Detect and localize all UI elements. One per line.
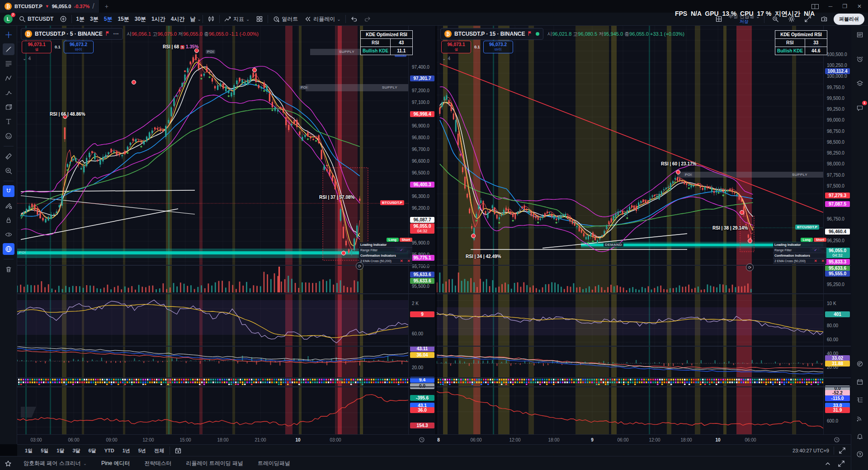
interval-button-30분[interactable]: 30분 bbox=[132, 15, 149, 23]
bottom-tab-3[interactable]: 리플레이 트레이딩 패널 bbox=[179, 460, 250, 467]
user-avatar[interactable]: L7 bbox=[4, 14, 13, 24]
interval-button-3분[interactable]: 3분 bbox=[87, 15, 101, 23]
chart-split-divider[interactable] bbox=[435, 25, 437, 444]
range-button-5년[interactable]: 5년 bbox=[134, 447, 150, 454]
alert-button[interactable]: 얼러트 bbox=[269, 14, 301, 24]
range-button-1년[interactable]: 1년 bbox=[118, 447, 134, 454]
lock-all-icon[interactable] bbox=[3, 214, 14, 226]
bottom-tab-0[interactable]: 암호화폐 페어 스크리너⌄ bbox=[16, 460, 94, 467]
add-symbol-button[interactable] bbox=[57, 14, 70, 24]
more-options-icon[interactable]: ••• bbox=[113, 32, 119, 36]
settings-button[interactable] bbox=[785, 14, 798, 24]
new-tab-button[interactable]: + bbox=[105, 3, 108, 10]
collapse-panel-button[interactable] bbox=[821, 458, 835, 469]
sync-drawings-icon[interactable] bbox=[3, 243, 14, 255]
object-tree-icon[interactable] bbox=[854, 394, 866, 406]
legend-collapse[interactable]: ⌄4 bbox=[23, 56, 31, 61]
help-icon[interactable] bbox=[854, 448, 866, 460]
sell-button[interactable]: 96,073.1셀 bbox=[441, 41, 471, 53]
multichart-layout-button[interactable] bbox=[253, 14, 266, 24]
interval-button-5분[interactable]: 5분 bbox=[101, 15, 115, 23]
shapes-icon[interactable] bbox=[3, 101, 14, 113]
range-button-6달[interactable]: 6달 bbox=[85, 447, 100, 454]
trash-icon[interactable] bbox=[3, 263, 14, 275]
timezone-clock-icon[interactable] bbox=[418, 436, 425, 445]
browser-tab[interactable]: ₿ BTCUSDT.P ▼ 96,055.0 -0.37% / bbox=[0, 0, 99, 13]
publish-button[interactable]: 퍼블리쉬 bbox=[834, 14, 864, 25]
legend-collapse[interactable]: ⌄4 bbox=[442, 56, 450, 61]
range-button-전체[interactable]: 전체 bbox=[150, 447, 168, 454]
expand-axis-button[interactable] bbox=[835, 445, 849, 456]
flag-icon[interactable] bbox=[528, 30, 533, 38]
streams-icon[interactable] bbox=[854, 412, 866, 424]
interval-button-4시간[interactable]: 4시간 bbox=[168, 15, 188, 23]
layout-select-button[interactable] bbox=[712, 14, 726, 24]
time-axis[interactable]: 03:0006:0009:0012:0015:0018:0021:001003:… bbox=[17, 434, 851, 445]
range-button-1달[interactable]: 1달 bbox=[52, 447, 68, 454]
chart-style-button[interactable] bbox=[204, 14, 218, 24]
flag-icon[interactable] bbox=[105, 30, 111, 38]
fib-icon[interactable] bbox=[3, 58, 14, 70]
favorites-star-icon[interactable] bbox=[0, 458, 16, 469]
layout-save-label[interactable]: 저장 bbox=[740, 19, 749, 24]
tab-dropdown-icon[interactable]: ⌄ bbox=[83, 461, 87, 466]
sell-button[interactable]: 96,073.1셀 bbox=[22, 41, 52, 53]
price-axis[interactable]: 100,500.0100,250.0100,000.099,750.099,50… bbox=[823, 25, 851, 434]
goto-date-button[interactable] bbox=[171, 445, 185, 456]
layout-widget[interactable]: 투딩 연습용 ⌄저장 bbox=[728, 14, 760, 24]
timezone-clock-icon[interactable] bbox=[833, 436, 840, 445]
emoji-icon[interactable] bbox=[3, 130, 14, 142]
alerts-clock-icon[interactable] bbox=[854, 53, 866, 65]
interval-dropdown-icon[interactable]: ⌄ bbox=[197, 17, 201, 22]
range-button-YTD[interactable]: YTD bbox=[100, 448, 118, 453]
undo-button[interactable] bbox=[347, 14, 361, 24]
bottom-tab-4[interactable]: 트레이딩패널 bbox=[250, 460, 297, 467]
hide-drawings-icon[interactable] bbox=[3, 229, 14, 240]
bottom-tab-1[interactable]: Pine 에디터 bbox=[94, 460, 137, 467]
quick-search-button[interactable] bbox=[769, 14, 782, 24]
interval-button-15분[interactable]: 15분 bbox=[115, 15, 132, 23]
redo-button[interactable] bbox=[361, 14, 374, 24]
layers-icon[interactable] bbox=[854, 78, 866, 89]
split-view-icon[interactable] bbox=[811, 4, 819, 9]
text-icon[interactable] bbox=[3, 116, 14, 127]
interval-button-날[interactable]: 날 bbox=[187, 15, 198, 23]
interval-button-1분[interactable]: 1분 bbox=[73, 15, 87, 23]
maximize-button[interactable]: ❐ bbox=[842, 3, 847, 9]
magnet-icon[interactable] bbox=[3, 185, 14, 197]
jump-to-realtime-button[interactable]: ⟳ bbox=[356, 262, 363, 270]
trendline-icon[interactable] bbox=[3, 43, 14, 55]
notifications-bell-icon[interactable] bbox=[854, 430, 866, 442]
screener-target-icon[interactable] bbox=[854, 358, 866, 370]
range-button-1일[interactable]: 1일 bbox=[21, 447, 37, 454]
bottom-tab-2[interactable]: 전략테스터 bbox=[137, 460, 179, 467]
chevron-down-icon[interactable]: ⌄ bbox=[23, 56, 26, 61]
symbol-pill[interactable]: ₿BTCUSDT.P · 5 · BINANCE••• bbox=[21, 28, 123, 40]
close-button[interactable]: ✕ bbox=[857, 3, 862, 9]
zoom-in-icon[interactable] bbox=[3, 165, 14, 177]
chat-icon[interactable]: 1 bbox=[854, 102, 866, 114]
panel-fullscreen-button[interactable] bbox=[835, 458, 848, 469]
fullscreen-button[interactable] bbox=[801, 14, 815, 24]
pane-separator[interactable] bbox=[17, 265, 851, 266]
crosshair-icon[interactable] bbox=[3, 29, 14, 41]
pane-separator[interactable] bbox=[17, 293, 851, 294]
buy-button[interactable]: 96,073.2바이 bbox=[64, 41, 94, 53]
ruler-icon[interactable] bbox=[3, 150, 14, 162]
jump-to-realtime-button[interactable]: ⟳ bbox=[746, 263, 754, 271]
pane-separator[interactable] bbox=[17, 377, 851, 378]
watchlist-icon[interactable] bbox=[854, 29, 866, 41]
pane-separator[interactable] bbox=[17, 346, 851, 347]
price-axis[interactable]: 97,400.097,200.097,100.096,900.096,800.0… bbox=[408, 25, 436, 434]
minimize-button[interactable]: ─ bbox=[829, 3, 833, 9]
range-button-5일[interactable]: 5일 bbox=[37, 447, 52, 454]
replay-button[interactable]: 리플레이⌄ bbox=[301, 14, 344, 24]
indicators-button[interactable]: 지표⌄ bbox=[221, 14, 253, 24]
pane-separator[interactable] bbox=[17, 386, 851, 387]
chevron-down-icon[interactable]: ⌄ bbox=[442, 56, 446, 61]
pattern-icon[interactable] bbox=[3, 72, 14, 84]
draw-lock-icon[interactable] bbox=[3, 200, 14, 212]
snapshot-button[interactable] bbox=[817, 14, 831, 24]
range-button-3달[interactable]: 3달 bbox=[68, 447, 84, 454]
interval-button-1시간[interactable]: 1시간 bbox=[149, 15, 168, 23]
